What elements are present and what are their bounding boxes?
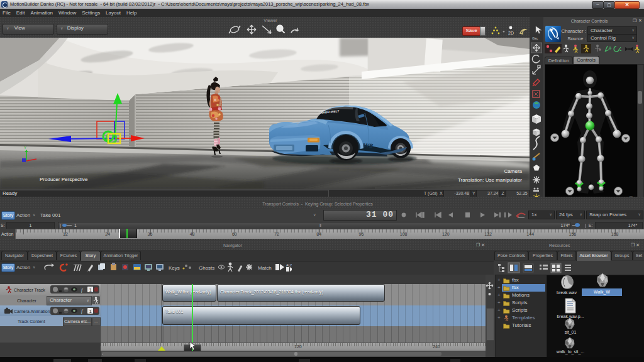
svg-text:1: 1: [89, 287, 92, 293]
svg-text:Producer Perspective: Producer Perspective: [40, 177, 88, 182]
svg-text:Y: Y: [24, 146, 26, 150]
svg-text:2D: 2D: [508, 31, 514, 35]
svg-text:Match: Match: [258, 265, 272, 271]
svg-text:Translation: Use manipulator: Translation: Use manipulator: [458, 177, 522, 183]
svg-text:Keys: Keys: [169, 265, 180, 271]
svg-text:1: 1: [89, 309, 92, 314]
svg-text:Ghosts: Ghosts: [199, 265, 214, 271]
svg-text:AUTO: AUTO: [286, 263, 292, 267]
svg-text:Gʙʟ: Gʙʟ: [532, 36, 538, 40]
svg-text:Camera: Camera: [504, 168, 523, 174]
